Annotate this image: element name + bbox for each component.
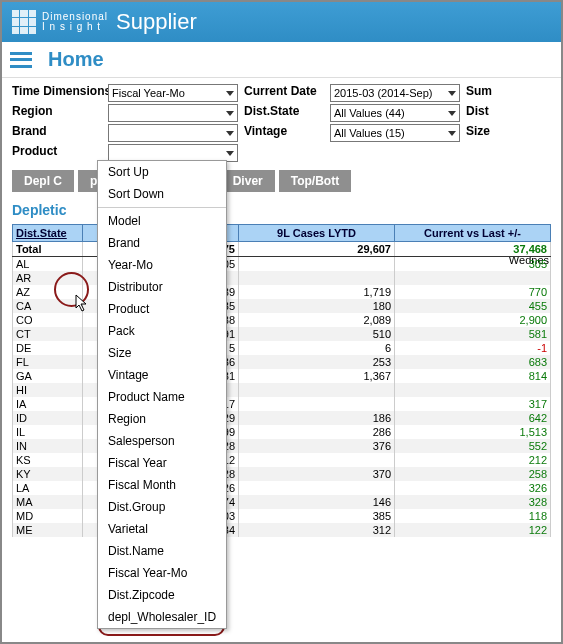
section-title: Depletic (2, 196, 561, 224)
table-row[interactable]: IN928376552 (13, 439, 551, 453)
tab-0[interactable]: Depl C (12, 170, 74, 192)
cell-diff: 326 (395, 481, 551, 495)
diststate-select[interactable]: All Values (44) (330, 104, 460, 122)
chevron-down-icon (226, 151, 234, 156)
dim-item[interactable]: Pack (98, 320, 226, 342)
dim-item[interactable]: Fiscal Month (98, 474, 226, 496)
table-row[interactable]: HI (13, 383, 551, 397)
cell-lytd (239, 383, 395, 397)
dim-item[interactable]: Vintage (98, 364, 226, 386)
table-row[interactable]: FL936253683 (13, 355, 551, 369)
page-title[interactable]: Home (48, 48, 104, 71)
dim-item[interactable]: Varietal (98, 518, 226, 540)
cell-diff: 305 (395, 257, 551, 272)
chevron-down-icon (448, 131, 456, 136)
dim-item[interactable]: Distributor (98, 276, 226, 298)
dim-item[interactable]: Product Name (98, 386, 226, 408)
cell-diff: 552 (395, 439, 551, 453)
cell-key: CO (13, 313, 83, 327)
logo-icon (12, 10, 36, 34)
dim-item[interactable]: Salesperson (98, 430, 226, 452)
table-row[interactable]: KS212212 (13, 453, 551, 467)
nav-bar: Home (2, 42, 561, 78)
cell-lytd: 180 (239, 299, 395, 313)
time-dim-select[interactable]: Fiscal Year-Mo (108, 84, 238, 102)
dim-item[interactable]: Region (98, 408, 226, 430)
dim-item[interactable]: Dist.Name (98, 540, 226, 562)
brand-label: Brand (12, 124, 102, 142)
table-row[interactable]: ID829186642 (13, 411, 551, 425)
dim-item[interactable]: Dist.Zipcode (98, 584, 226, 606)
table-row[interactable]: MD503385118 (13, 509, 551, 523)
dim-item[interactable]: Product (98, 298, 226, 320)
dim-item[interactable]: Dist.Group (98, 496, 226, 518)
dim-item[interactable]: Fiscal Year (98, 452, 226, 474)
brand-bottom: I n s i g h t (42, 22, 108, 32)
table-row[interactable]: ME434312122 (13, 523, 551, 537)
menu-icon[interactable] (10, 52, 32, 68)
sort-up-item[interactable]: Sort Up (98, 161, 226, 183)
cell-key: CT (13, 327, 83, 341)
col-header-lytd[interactable]: 9L Cases LYTD (239, 225, 395, 242)
col-header-diff[interactable]: Current vs Last +/- (395, 225, 551, 242)
tab-4[interactable]: Top/Bott (279, 170, 351, 192)
diststate-label: Dist.State (244, 104, 324, 122)
cell-key: KY (13, 467, 83, 481)
cell-lytd: 1,367 (239, 369, 395, 383)
table-row[interactable]: CA635180455 (13, 299, 551, 313)
cell-diff: 258 (395, 467, 551, 481)
cell-key: CA (13, 299, 83, 313)
table-row[interactable]: AR (13, 271, 551, 285)
cell-lytd: 1,719 (239, 285, 395, 299)
table-row[interactable]: MA474146328 (13, 495, 551, 509)
table-row[interactable]: IL1,7992861,513 (13, 425, 551, 439)
dim-item[interactable]: Fiscal Year-Mo (98, 562, 226, 584)
table-row[interactable]: AZ2,4891,719770 (13, 285, 551, 299)
context-menu: Sort Up Sort Down ModelBrandYear-MoDistr… (97, 160, 227, 629)
vintage-select[interactable]: All Values (15) (330, 124, 460, 142)
sort-down-item[interactable]: Sort Down (98, 183, 226, 205)
cell-key: LA (13, 481, 83, 495)
size-label: Size (466, 124, 551, 142)
table-row[interactable]: KY628370258 (13, 467, 551, 481)
table-row[interactable]: CT1,091510581 (13, 327, 551, 341)
app-header: Dimensional I n s i g h t Supplier (2, 2, 561, 42)
cell-lytd: 186 (239, 411, 395, 425)
cell-lytd: 510 (239, 327, 395, 341)
cell-diff: 118 (395, 509, 551, 523)
cell-key: KS (13, 453, 83, 467)
dim-item[interactable]: Brand (98, 232, 226, 254)
cell-lytd (239, 481, 395, 495)
brand-select[interactable] (108, 124, 238, 142)
dim-item[interactable]: depl_Wholesaler_ID (98, 606, 226, 628)
cell-key: IL (13, 425, 83, 439)
data-table: Dist.State 9L Cases YTD 9L Cases LYTD Cu… (12, 224, 551, 537)
table-row[interactable]: LA326326 (13, 481, 551, 495)
dist-label: Dist (466, 104, 551, 122)
cell-key: MD (13, 509, 83, 523)
cell-lytd: 2,089 (239, 313, 395, 327)
table-row[interactable]: IA317317 (13, 397, 551, 411)
cell-diff: 122 (395, 523, 551, 537)
table-row[interactable]: DE56-1 (13, 341, 551, 355)
table-row[interactable]: AL305305 (13, 257, 551, 272)
cell-key: ME (13, 523, 83, 537)
chevron-down-icon (226, 131, 234, 136)
table-row[interactable]: GA2,1811,367814 (13, 369, 551, 383)
cell-key: IN (13, 439, 83, 453)
table-row[interactable]: CO4,9882,0892,900 (13, 313, 551, 327)
tab-3[interactable]: Diver (221, 170, 275, 192)
dim-item[interactable]: Model (98, 210, 226, 232)
cell-diff: 683 (395, 355, 551, 369)
chevron-down-icon (226, 91, 234, 96)
cell-key: HI (13, 383, 83, 397)
cell-diff: 1,513 (395, 425, 551, 439)
curdate-select[interactable]: 2015-03 (2014-Sep) (330, 84, 460, 102)
dim-item[interactable]: Size (98, 342, 226, 364)
region-select[interactable] (108, 104, 238, 122)
cell-key: ID (13, 411, 83, 425)
cell-lytd (239, 271, 395, 285)
cell-lytd: 253 (239, 355, 395, 369)
col-header-diststate[interactable]: Dist.State (13, 225, 83, 242)
dim-item[interactable]: Year-Mo (98, 254, 226, 276)
